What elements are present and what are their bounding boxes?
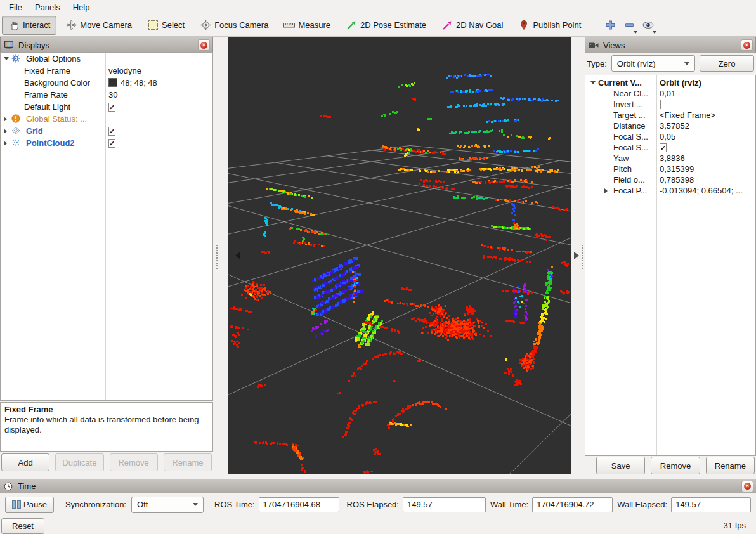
- tree-row[interactable]: Global Options: [1, 53, 212, 65]
- time-panel-header[interactable]: Time ×: [0, 479, 756, 493]
- checkbox-checked[interactable]: ✓: [660, 143, 667, 152]
- views-close-button[interactable]: ×: [741, 39, 753, 51]
- tree-row[interactable]: PointCloud2✓: [1, 137, 212, 149]
- tree-row[interactable]: Focal P...-0.013094; 0.66504; ...: [585, 185, 755, 196]
- save-button[interactable]: Save: [596, 457, 645, 474]
- views-panel-title: Views: [603, 41, 737, 50]
- tree-row[interactable]: Current V...Orbit (rviz): [585, 77, 755, 88]
- splitter-right[interactable]: [571, 37, 585, 474]
- rename-button[interactable]: Rename: [706, 457, 755, 474]
- property-value[interactable]: ✓: [660, 143, 667, 152]
- wall-elapsed-label: Wall Elapsed:: [617, 500, 667, 509]
- tree-row[interactable]: Pitch0,315399: [585, 164, 755, 174]
- expander-open-icon[interactable]: [4, 57, 9, 60]
- tool-label: 2D Pose Estimate: [360, 20, 426, 30]
- collapse-right-panel-icon[interactable]: [574, 252, 579, 259]
- views-tree[interactable]: Current V...Orbit (rviz)Near Cl...0,01In…: [585, 75, 756, 456]
- expander-closed-icon[interactable]: [604, 188, 608, 193]
- property-value: 3,57852: [660, 121, 689, 131]
- chevron-down-icon: [634, 31, 637, 34]
- value-text[interactable]: velodyne: [108, 66, 141, 75]
- splitter-handle[interactable]: [582, 245, 583, 269]
- wall-elapsed-field[interactable]: 149.57: [671, 497, 751, 512]
- expander-closed-icon[interactable]: [4, 117, 7, 122]
- sync-select[interactable]: Off: [131, 497, 204, 513]
- property-name: Grid: [26, 126, 43, 136]
- property-value[interactable]: [660, 100, 661, 109]
- property-value: Orbit (rviz): [660, 78, 701, 88]
- tool-interact-button[interactable]: Interact: [2, 16, 56, 35]
- render-view[interactable]: [228, 37, 571, 474]
- property-value[interactable]: ✓: [108, 102, 115, 112]
- nav-arrow-icon: [441, 20, 453, 31]
- menu-item-file[interactable]: File: [3, 1, 29, 13]
- tree-row[interactable]: Target ...<Fixed Frame>: [585, 110, 755, 120]
- color-swatch[interactable]: [108, 78, 117, 87]
- displays-panel-title: Displays: [18, 41, 194, 50]
- tree-row[interactable]: Yaw3,8836: [585, 153, 755, 164]
- tool-select-button[interactable]: Select: [141, 16, 191, 35]
- property-value[interactable]: ✓: [108, 138, 115, 148]
- time-close-button[interactable]: ×: [741, 481, 753, 492]
- collapse-left-panel-icon[interactable]: [235, 252, 240, 259]
- tree-row[interactable]: Invert ...: [585, 99, 755, 110]
- displays-panel-header[interactable]: Displays ×: [0, 37, 213, 53]
- views-panel-header[interactable]: Views ×: [585, 37, 756, 53]
- expander-open-icon[interactable]: [590, 81, 596, 84]
- grid-icon: [11, 126, 20, 137]
- property-value: velodyne: [108, 66, 141, 75]
- property-name: Global Options: [26, 54, 81, 63]
- tool-measure-button[interactable]: Measure: [277, 16, 337, 35]
- splitter-left[interactable]: [213, 37, 228, 474]
- displays-close-button[interactable]: ×: [198, 39, 210, 51]
- tree-row[interactable]: Focal S...0,05: [585, 131, 755, 142]
- close-icon: ×: [744, 483, 751, 490]
- displays-tree[interactable]: Global OptionsFixed FramevelodyneBackgro…: [0, 52, 213, 401]
- remove-button[interactable]: Remove: [651, 457, 700, 474]
- tree-row[interactable]: Distance3,57852: [585, 120, 755, 131]
- value-text[interactable]: 30: [108, 90, 117, 100]
- property-value[interactable]: ✓: [108, 126, 115, 136]
- add-button[interactable]: Add: [1, 453, 49, 471]
- tree-row[interactable]: Global Status: ...: [1, 113, 212, 125]
- gear-icon: [11, 54, 20, 65]
- checkbox-checked[interactable]: ✓: [108, 127, 115, 136]
- tool-publish-point-button[interactable]: Publish Point: [512, 16, 587, 35]
- checkbox[interactable]: [660, 100, 661, 109]
- tool-move-camera-button[interactable]: Move Camera: [59, 16, 138, 35]
- menu-item-help[interactable]: Help: [67, 1, 96, 13]
- tool-visibility-button[interactable]: [640, 16, 656, 34]
- wall-time-field[interactable]: 1704716904.72: [532, 497, 613, 512]
- pause-button[interactable]: Pause: [5, 497, 54, 513]
- minus-icon: [623, 20, 635, 31]
- tool-2d-pose-estimate-button[interactable]: 2D Pose Estimate: [339, 16, 433, 35]
- remove-tool-button[interactable]: [621, 16, 637, 34]
- checkbox-checked[interactable]: ✓: [108, 103, 115, 112]
- view-type-row: Type: Orbit (rviz) Zero: [585, 55, 756, 72]
- sync-label: Synchronization:: [65, 500, 126, 509]
- checkbox-checked[interactable]: ✓: [108, 139, 115, 148]
- splitter-handle[interactable]: [216, 245, 218, 269]
- reset-button[interactable]: Reset: [1, 518, 44, 534]
- tool-2d-nav-goal-button[interactable]: 2D Nav Goal: [435, 16, 509, 35]
- expander-closed-icon[interactable]: [4, 129, 7, 134]
- menu-item-panels[interactable]: Panels: [29, 1, 67, 13]
- tree-row[interactable]: Near Cl...0,01: [585, 88, 755, 99]
- 3d-render-canvas[interactable]: [228, 37, 571, 474]
- tree-row[interactable]: Focal S...✓: [585, 142, 755, 153]
- pause-icon: [12, 500, 21, 509]
- zero-button[interactable]: Zero: [700, 55, 754, 72]
- tree-row[interactable]: Frame Rate30: [1, 89, 212, 101]
- value-text[interactable]: 48; 48; 48: [121, 78, 157, 88]
- tool-focus-camera-button[interactable]: Focus Camera: [193, 16, 275, 35]
- ros-time-field[interactable]: 1704716904.68: [259, 497, 339, 512]
- ros-elapsed-field[interactable]: 149.57: [403, 497, 486, 512]
- expander-closed-icon[interactable]: [4, 141, 7, 146]
- tree-row[interactable]: Fixed Framevelodyne: [1, 65, 212, 77]
- tree-row[interactable]: Grid✓: [1, 125, 212, 137]
- add-tool-button[interactable]: [602, 16, 618, 34]
- tree-row[interactable]: Field o...0,785398: [585, 174, 755, 185]
- tree-row[interactable]: Default Light✓: [1, 101, 212, 113]
- view-type-select[interactable]: Orbit (rviz): [611, 55, 695, 72]
- tree-row[interactable]: Background Color48; 48; 48: [1, 77, 212, 89]
